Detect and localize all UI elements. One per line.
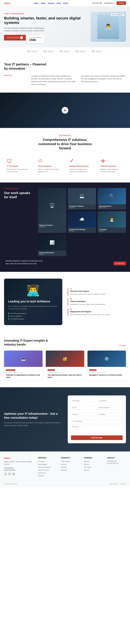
footer-link-mission[interactable]: Mission — [84, 464, 89, 465]
footer-company-col: COMPANY About us Mission Our Studio Care… — [84, 457, 103, 477]
instagram-icon[interactable]: in — [8, 472, 11, 476]
blog-card-1[interactable]: 🔐 Security John Doe October 27, 2024 Top… — [46, 350, 84, 380]
company-input[interactable] — [97, 412, 123, 416]
footer-contact-col: CONTACT (733) 456 786 AI (512) 548 786 — [107, 457, 126, 477]
mobile-input[interactable] — [97, 406, 123, 410]
footer-company-list: About us Mission Our Studio Careers — [84, 460, 103, 471]
twitter-icon[interactable]: t — [4, 472, 7, 476]
portfolio-side-text: We deliver tailored IT solutions for bus… — [4, 258, 45, 266]
portfolio-item-2[interactable]: 🔌 App Optimization Mettrosome — [98, 188, 126, 210]
logo-item-1: ✦ logoipsum — [27, 50, 38, 52]
logo-icon-1: ✦ — [27, 50, 30, 52]
portfolio-sub-3: Ricripath — [69, 230, 95, 232]
footer-link-internet[interactable]: Internet Services — [38, 469, 49, 471]
portfolio-tag: FEATURED WORKS — [4, 188, 34, 190]
footer-link-careers[interactable]: Careers — [84, 469, 89, 471]
footer-link-about[interactable]: About us — [84, 461, 90, 462]
service-card-cloud[interactable]: Cloud Solutions Secure, scalable cloud s… — [35, 156, 63, 176]
portfolio-name-4: IT Strategy — [99, 228, 125, 230]
contact-button[interactable]: Contact — [117, 1, 126, 5]
footer-link-studio[interactable]: Our Studio — [84, 466, 91, 468]
portfolio-sub-1: Sparkling — [69, 207, 95, 208]
step-num-2: 03 — [70, 308, 126, 310]
nav-right: (733) 456 786 info@digest.co Contact — [92, 1, 126, 5]
blog-card-0[interactable]: 💻 Technology John Doe October 27, 2024 5… — [4, 350, 43, 380]
portfolio-item-5[interactable]: 📊 System Optimization Dataptex — [38, 234, 66, 256]
process-list-item-0: 24/7 full service support — [8, 312, 58, 314]
service-card-it-consulting[interactable]: IT Consulting Expert advice to keep your… — [4, 156, 32, 176]
portfolio-item-0[interactable]: 🖥️ Network Activation Datategue — [38, 188, 66, 233]
services-heading: Comprehensive IT solutions, customized t… — [38, 138, 92, 150]
service-card-network[interactable]: Network Solutions Reliable network desig… — [98, 156, 126, 176]
youtube-icon[interactable]: ▶ — [12, 472, 15, 476]
footer-link-ecommerce[interactable]: Ecommerce — [38, 472, 46, 474]
footer-link-solutions-prod[interactable]: Solutions — [61, 469, 67, 471]
portfolio-sub-0: Datategue — [39, 226, 65, 228]
process-step-0: 01 Discover and Analysis A thorough anal… — [68, 288, 126, 296]
hero-left: YOUR IT. OUR EXPERTISE Building smarter,… — [4, 13, 91, 41]
footer-link-success[interactable]: Success — [61, 466, 67, 468]
footer-link-it-support[interactable]: IT Support — [38, 461, 45, 462]
nav-link-services[interactable]: Services — [48, 2, 54, 4]
address-input[interactable] — [71, 419, 123, 423]
see-all-button[interactable]: See all work — [114, 262, 126, 265]
hero-desc: We help businesses harness the power of … — [4, 27, 50, 32]
footer-services-col: SERVICES IT Support Data Storage Cloud D… — [38, 457, 57, 477]
nav-link-pages[interactable]: Pages — [41, 2, 45, 4]
footer-contact-phone1: (733) 456 786 — [107, 460, 126, 462]
first-name-input[interactable] — [71, 399, 96, 403]
services-section: OUR SERVICES Comprehensive IT solutions,… — [0, 128, 130, 182]
form-row-location — [71, 412, 123, 418]
terms-link[interactable]: Our Terms — [120, 483, 126, 485]
view-more-link[interactable]: View More — [119, 345, 126, 346]
footer-brand: Digest Building smarter, faster, and sec… — [4, 457, 34, 477]
privacy-link[interactable]: Privacy Policy — [109, 483, 117, 485]
footer-contact-heading: CONTACT — [107, 457, 126, 459]
message-textarea[interactable] — [71, 424, 123, 434]
network-icon — [101, 158, 106, 164]
country-input[interactable] — [71, 412, 96, 416]
blog-grid: 💻 Technology John Doe October 27, 2024 5… — [4, 350, 126, 380]
nav-logo[interactable]: Digest — [4, 2, 10, 4]
footer-services-list: IT Support Data Storage Cloud Developmen… — [38, 460, 57, 477]
portfolio-img-4: 👩‍💼 — [98, 211, 126, 228]
footer-link-solutions[interactable]: Solutions — [38, 475, 44, 476]
logos-bar: ✦ logoipsum ◈ logoipsum ▲ logoipsum ○ lo… — [0, 47, 130, 55]
hero-person-illustration: 👨‍💼 — [97, 14, 119, 39]
form-row-contact — [71, 406, 123, 411]
nav-link-about[interactable]: About — [57, 2, 61, 4]
footer-link-data-storage[interactable]: Data Storage — [38, 464, 47, 465]
blog-card-2[interactable]: ⚙️ Services John Doe October 27, 2024 Ma… — [87, 350, 126, 380]
portfolio-item-4[interactable]: 👩‍💼 IT Strategy Amplikex — [98, 211, 126, 233]
portfolio-item-1[interactable]: 💻 Ecommerce Website Sparkling — [68, 188, 96, 210]
portfolio-section: FEATURED WORKS Our work speaks for itsel… — [0, 182, 130, 272]
footer-link-cloud-dev[interactable]: Cloud Development — [38, 466, 51, 468]
footer-link-partners[interactable]: Partners — [61, 464, 67, 465]
service-title-0: IT Consulting — [7, 165, 29, 167]
hero-cta-button[interactable]: Let's Get Started → — [4, 35, 26, 40]
footer-link-case-studies[interactable]: Case Studies — [61, 461, 70, 462]
message-field — [71, 424, 123, 434]
last-name-input[interactable] — [97, 399, 123, 403]
play-button[interactable]: ▶ — [62, 107, 68, 114]
process-bg: 👨‍💻 Leading you to tech brilliance Our c… — [4, 278, 62, 325]
hero-right: Visit our headquarter 👨‍💼 — [91, 12, 126, 42]
cta-form-card: Send Message — [68, 396, 126, 443]
submit-button[interactable]: Send Message — [71, 436, 123, 440]
email-input[interactable] — [71, 406, 96, 410]
nav-link-home[interactable]: Home — [34, 2, 38, 4]
footer-desc: Building smarter, faster, and secure dig… — [4, 460, 34, 465]
it-consulting-icon — [7, 158, 12, 164]
service-card-design[interactable]: Design & Development Responsive websites… — [67, 156, 95, 176]
blog-badge-0: Technology — [6, 369, 15, 371]
logo-icon-4: ○ — [76, 50, 78, 52]
blog-badge-2: Services — [89, 369, 96, 371]
blog-date-2: October 27, 2024 — [96, 372, 106, 373]
portfolio-item-3[interactable]: ☁️ Custom Cloud Storage Ricripath — [68, 211, 96, 233]
nav-link-pricing[interactable]: Pricing — [63, 2, 68, 4]
logo-item-2: ◈ logoipsum — [44, 50, 54, 52]
service-title-1: Cloud Solutions — [38, 165, 61, 167]
step-title-1: Tailored Solutions — [70, 300, 126, 302]
footer-powered: Powered by Godaddy — [4, 483, 17, 485]
portfolio-name-5: System Optimization — [39, 252, 65, 254]
